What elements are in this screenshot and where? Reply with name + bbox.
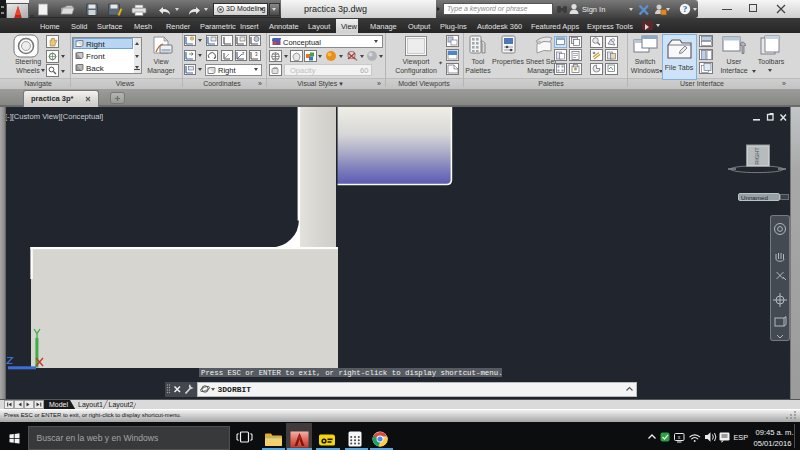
svg-text:?: ? — [683, 4, 688, 14]
svg-text:3: 3 — [255, 52, 258, 57]
svg-text:z: z — [242, 51, 245, 56]
svg-text:x: x — [678, 434, 681, 440]
svg-text:RIGHT: RIGHT — [754, 147, 760, 165]
